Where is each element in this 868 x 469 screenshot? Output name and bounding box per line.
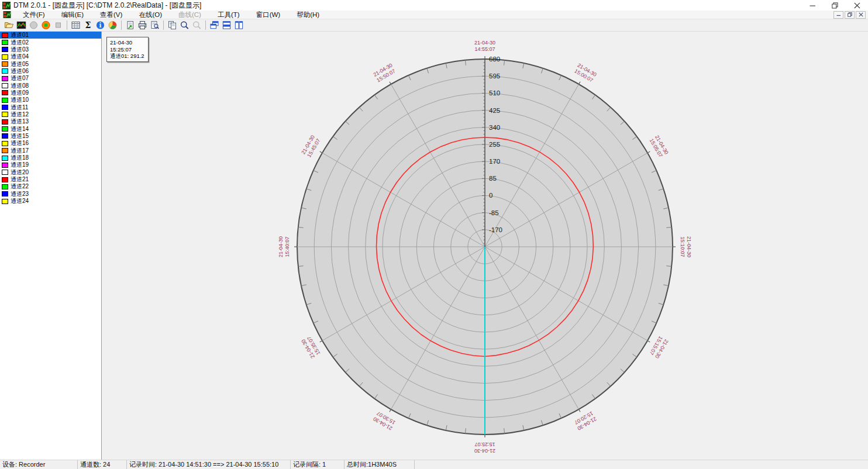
- open-file-button[interactable]: [3, 20, 15, 31]
- print-preview-button[interactable]: [149, 20, 161, 31]
- channel-color-swatch: [2, 83, 8, 88]
- channel-list-item-13[interactable]: 通道13: [0, 118, 101, 125]
- mdi-restore-button[interactable]: [845, 11, 855, 19]
- channel-list-item-9[interactable]: 通道09: [0, 89, 101, 96]
- time-label: 21-04-3015:10:07: [680, 236, 692, 257]
- channel-list-item-24[interactable]: 通道24: [0, 198, 101, 205]
- menu-items: 文件(F)编辑(E)查看(V)在线(O)曲线(C)工具(T)窗口(W)帮助(H): [15, 11, 328, 19]
- zoom-button[interactable]: [178, 20, 191, 31]
- chart-area: 680595510425340255170850-85-17021-04-301…: [102, 32, 868, 460]
- channel-list-item-17[interactable]: 通道17: [0, 147, 101, 154]
- mdi-minimize-button[interactable]: [833, 11, 843, 19]
- print-button[interactable]: [136, 20, 149, 31]
- channel-list-item-2[interactable]: 通道02: [0, 39, 101, 46]
- channel-color-swatch: [2, 90, 8, 95]
- channel-list-item-21[interactable]: 通道21: [0, 176, 101, 183]
- channel-list-item-15[interactable]: 通道15: [0, 133, 101, 140]
- axis-tick-label: -85: [489, 209, 499, 216]
- menu-item-8[interactable]: 帮助(H): [288, 11, 328, 19]
- data-table-button[interactable]: [70, 20, 82, 31]
- zoom-disabled-button: [191, 20, 203, 31]
- channel-color-swatch: [2, 191, 8, 196]
- time-major-tick: [579, 409, 581, 412]
- time-label-text: 21-04-3015:15:07: [648, 335, 669, 360]
- pie-chart-icon: [108, 20, 118, 30]
- open-file-icon: [4, 20, 14, 30]
- restore-button[interactable]: [824, 0, 846, 11]
- minimize-button[interactable]: [801, 0, 824, 11]
- channel-list-item-18[interactable]: 通道18: [0, 154, 101, 161]
- time-major-tick: [647, 341, 650, 343]
- menu-item-3[interactable]: 查看(V): [92, 11, 130, 19]
- channel-list-item-12[interactable]: 通道12: [0, 111, 101, 118]
- title-bar: DTM 2.0.1 - [圆盘显示] [C:\DTM 2.0.2\RealDat…: [0, 0, 868, 11]
- close-button[interactable]: [846, 0, 868, 11]
- sum-button[interactable]: Σ: [82, 20, 94, 31]
- channel-color-swatch: [2, 76, 8, 81]
- tooltip-time: 15:25:07: [110, 46, 144, 53]
- channel-list-item-22[interactable]: 通道22: [0, 183, 101, 190]
- channel-list-item-23[interactable]: 通道23: [0, 191, 101, 198]
- axis-tick-label: 0: [489, 192, 492, 199]
- time-label-text: 21-04-3015:50:07: [372, 62, 397, 83]
- menu-item-2[interactable]: 编辑(E): [53, 11, 92, 19]
- svg-text:i: i: [99, 22, 102, 29]
- tile-horizontal-button[interactable]: [221, 20, 233, 31]
- toolbar-separator: [67, 20, 67, 30]
- channel-label: 通道24: [11, 197, 29, 205]
- channel-list-item-19[interactable]: 通道19: [0, 161, 101, 168]
- menu-item-6[interactable]: 工具(T): [209, 11, 248, 19]
- channel-list-item-11[interactable]: 通道11: [0, 104, 101, 111]
- status-section-5: 总时间:1H3M40S: [345, 460, 415, 469]
- pie-chart-button[interactable]: [106, 20, 119, 31]
- time-major-tick: [579, 82, 581, 84]
- copy-icon: [167, 20, 177, 30]
- time-label: 21-04-3015:15:07: [648, 335, 669, 360]
- time-label-text: 21-04-3015:00:07: [573, 62, 598, 83]
- channel-list-item-1[interactable]: 通道01: [0, 32, 101, 39]
- channel-color-swatch: [2, 40, 8, 45]
- curve-display-button[interactable]: [15, 20, 27, 31]
- axis-tick-label: 340: [489, 124, 500, 131]
- time-major-tick: [390, 82, 391, 84]
- channel-color-swatch: [2, 177, 8, 182]
- info-button[interactable]: i: [94, 20, 106, 31]
- menu-item-4[interactable]: 在线(O): [130, 11, 170, 19]
- curve-display-icon: [16, 20, 26, 30]
- copy-button[interactable]: [166, 20, 178, 31]
- mdi-close-button[interactable]: [856, 11, 866, 19]
- record-disabled-icon: [29, 20, 39, 30]
- channel-list-item-3[interactable]: 通道03: [0, 46, 101, 53]
- channel-color-swatch: [2, 54, 8, 60]
- axis-tick-label: 255: [489, 141, 500, 148]
- channel-list-item-10[interactable]: 通道10: [0, 96, 101, 104]
- cascade-windows-button[interactable]: [208, 20, 221, 31]
- menu-item-1[interactable]: 文件(F): [15, 11, 53, 19]
- time-label: 21-04-3015:50:07: [372, 62, 397, 83]
- channel-list-item-16[interactable]: 通道16: [0, 140, 101, 147]
- menu-item-7[interactable]: 窗口(W): [248, 11, 289, 19]
- mdi-window-controls: [833, 11, 868, 19]
- channel-list-item-6[interactable]: 通道06: [0, 68, 101, 75]
- status-bar: 设备: Recorder通道数: 24记录时间: 21-04-30 14:51:…: [0, 460, 868, 469]
- time-label: 21-04-3015:30:07: [372, 410, 397, 431]
- channel-list-item-5[interactable]: 通道05: [0, 60, 101, 67]
- channel-list-item-7[interactable]: 通道07: [0, 75, 101, 82]
- axis-tick-label: 170: [489, 158, 500, 165]
- tooltip-date: 21-04-30: [110, 39, 144, 46]
- channel-color-swatch: [2, 98, 8, 103]
- channel-list-item-20[interactable]: 通道20: [0, 169, 101, 176]
- channel-list-item-8[interactable]: 通道08: [0, 82, 101, 89]
- time-major-tick: [320, 341, 322, 343]
- channel-list-item-4[interactable]: 通道04: [0, 53, 101, 60]
- window-title: DTM 2.0.1 - [圆盘显示] [C:\DTM 2.0.2\RealDat…: [13, 1, 201, 11]
- tile-vertical-icon: [234, 20, 244, 30]
- record-disabled-button: [27, 20, 40, 31]
- value-tooltip: 21-04-30 15:25:07 通道01: 291.2: [106, 37, 149, 62]
- tile-vertical-button[interactable]: [233, 20, 245, 31]
- record-active-button[interactable]: [40, 20, 52, 31]
- channel-list-item-14[interactable]: 通道14: [0, 125, 101, 132]
- export-button[interactable]: [124, 20, 136, 31]
- axis-tick-label: 680: [489, 56, 500, 63]
- time-label-text: 21-04-3015:05:07: [648, 134, 669, 158]
